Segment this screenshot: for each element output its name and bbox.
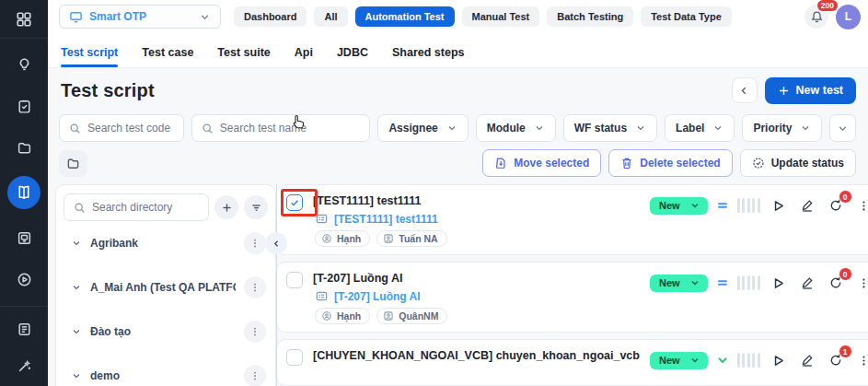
user-circle-icon — [321, 310, 332, 322]
chevron-down-icon — [712, 123, 723, 134]
new-test-button[interactable]: New test — [765, 77, 856, 104]
pencil-icon — [800, 198, 815, 213]
priority-dropdown[interactable]: Priority — [742, 114, 822, 142]
test-row: [CHUYEN_KHOAN_NGOAI_VCB] chuyen_khoan_ng… — [276, 339, 868, 386]
collapse-back-button[interactable] — [732, 77, 758, 103]
nav-all[interactable]: All — [314, 6, 347, 27]
test-script-list: [TEST1111] test1111 [TEST1111] test1111 … — [276, 184, 868, 386]
edit-test-button[interactable] — [797, 350, 817, 370]
tab-api[interactable]: Api — [295, 46, 313, 67]
delete-selected-button[interactable]: Delete selected — [608, 149, 732, 177]
test-title[interactable]: [CHUYEN_KHOAN_NGOAI_VCB] chuyen_khoan_ng… — [313, 349, 640, 362]
search-icon — [69, 123, 81, 135]
notifications-button[interactable]: 200 — [804, 5, 828, 29]
directory-item-label: A_Mai Anh (Test QA PLATFORM) — [90, 281, 236, 294]
run-test-button[interactable] — [769, 273, 789, 293]
test-library-icon[interactable] — [7, 176, 41, 209]
search-test-name-box — [191, 114, 371, 142]
add-directory-button[interactable] — [214, 195, 238, 219]
bell-icon — [810, 10, 824, 24]
assignee-dropdown[interactable]: Assignee — [377, 114, 468, 142]
status-dropdown[interactable]: New — [650, 275, 708, 292]
avatar[interactable]: L — [836, 5, 861, 29]
nav-automation-test[interactable]: Automation Test — [355, 6, 455, 27]
module-dropdown[interactable]: Module — [476, 114, 556, 142]
clipboard-check-icon[interactable] — [11, 93, 37, 119]
nav-manual-test[interactable]: Manual Test — [462, 6, 540, 27]
new-test-label: New test — [796, 84, 843, 97]
row-menu-button[interactable] — [854, 195, 868, 216]
row-menu-button[interactable] — [854, 273, 868, 293]
monitor-icon — [69, 10, 83, 24]
project-selector[interactable]: Smart OTP — [59, 5, 221, 29]
row-menu-button[interactable] — [854, 350, 868, 370]
status-dropdown[interactable]: New — [650, 197, 708, 215]
wf-status-dropdown[interactable]: WF status — [563, 114, 657, 142]
nav-batch-testing[interactable]: Batch Testing — [547, 6, 633, 27]
folder-icon[interactable] — [11, 135, 37, 160]
tab-test-case[interactable]: Test case — [142, 46, 193, 67]
assignee-chip: Tuấn NA — [376, 230, 446, 247]
content-area: Agribank A_Mai Anh (Test QA PLATFORM) Đà… — [48, 184, 868, 386]
directory-item-agribank[interactable]: Agribank — [64, 221, 268, 265]
app-window: Smart OTP Dashboard All Automation Test … — [0, 0, 868, 386]
play-circle-icon[interactable] — [11, 266, 37, 292]
directory-item-dao-tao[interactable]: Đào tạo — [64, 310, 268, 354]
defect-count-button[interactable]: 0 — [826, 195, 846, 216]
more-filters-button[interactable] — [829, 114, 856, 142]
test-link[interactable]: [T-207] Luồng AI — [334, 290, 421, 303]
chevron-down-icon — [71, 370, 82, 381]
directory-item-demo[interactable]: demo — [64, 354, 268, 386]
directory-item-menu-button[interactable] — [244, 232, 266, 254]
monitor-app-icon[interactable] — [11, 225, 37, 251]
defect-count-button[interactable]: 0 — [826, 273, 846, 293]
assignee-chip-label: Tuấn NA — [399, 233, 437, 244]
directory-item-a-mai-anh[interactable]: A_Mai Anh (Test QA PLATFORM) — [64, 265, 268, 310]
status-dropdown[interactable]: New — [650, 352, 708, 369]
row-checkbox[interactable] — [286, 272, 303, 288]
collapse-directory-button[interactable] — [265, 232, 287, 254]
directory-item-label: Đào tạo — [90, 325, 236, 338]
test-title[interactable]: [TEST1111] test1111 — [313, 194, 447, 207]
test-link[interactable]: [TEST1111] test1111 — [334, 213, 438, 226]
search-test-name-input[interactable] — [220, 122, 361, 135]
edit-test-button[interactable] — [797, 195, 817, 216]
chevron-down-icon — [71, 282, 82, 293]
edit-test-button[interactable] — [797, 273, 817, 293]
idea-icon[interactable] — [11, 52, 37, 77]
run-test-button[interactable] — [769, 350, 789, 370]
tab-test-script[interactable]: Test script — [61, 46, 118, 67]
project-selector-label: Smart OTP — [89, 10, 192, 23]
steps-indicator — [737, 275, 760, 290]
apps-grid-icon[interactable] — [11, 6, 37, 32]
move-selected-button[interactable]: Move selected — [482, 149, 601, 177]
label-dropdown[interactable]: Label — [665, 114, 735, 142]
directory-search-input[interactable] — [92, 201, 199, 214]
chevron-down-icon — [199, 11, 211, 23]
directory-item-label: demo — [90, 369, 236, 382]
run-test-button[interactable] — [769, 195, 789, 216]
top-nav: Dashboard All Automation Test Manual Tes… — [234, 6, 732, 27]
notes-icon[interactable] — [11, 316, 37, 342]
row-checkbox[interactable] — [286, 349, 303, 366]
nav-dashboard[interactable]: Dashboard — [234, 6, 307, 27]
row-checkbox[interactable] — [286, 194, 303, 211]
play-icon — [770, 275, 786, 291]
directory-toggle-button[interactable] — [59, 150, 87, 177]
magic-wand-icon[interactable] — [11, 353, 37, 379]
user-square-icon — [383, 310, 394, 322]
tab-test-suite[interactable]: Test suite — [217, 46, 270, 67]
directory-item-menu-button[interactable] — [244, 276, 266, 298]
directory-filter-button[interactable] — [244, 195, 268, 219]
filter-icon — [250, 202, 262, 214]
directory-item-menu-button[interactable] — [244, 365, 266, 386]
kebab-menu-icon — [858, 200, 868, 212]
update-status-button[interactable]: Update status — [740, 149, 856, 177]
directory-item-menu-button[interactable] — [244, 321, 266, 343]
tab-jdbc[interactable]: JDBC — [337, 46, 368, 67]
test-title[interactable]: [T-207] Luồng AI — [313, 272, 447, 285]
defect-count-button[interactable]: 1 — [826, 350, 846, 370]
nav-test-data-type[interactable]: Test Data Type — [641, 6, 732, 27]
tab-shared-steps[interactable]: Shared steps — [392, 46, 465, 67]
search-test-code-input[interactable] — [87, 122, 174, 135]
